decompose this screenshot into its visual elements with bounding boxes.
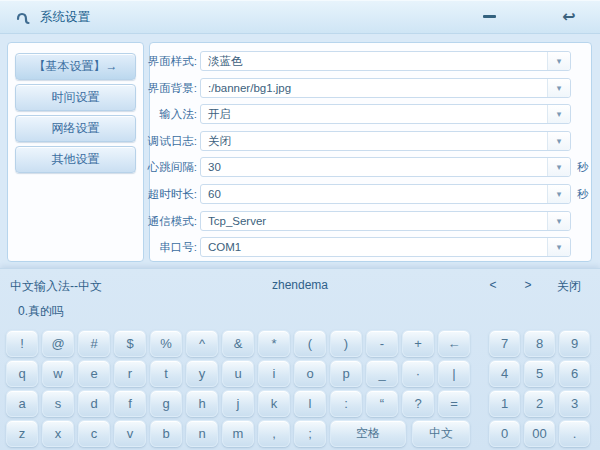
- keyboard-key[interactable]: %: [150, 330, 182, 357]
- keyboard-key[interactable]: =: [438, 390, 470, 417]
- form-dropdown[interactable]: 60▾: [200, 184, 571, 204]
- keyboard-key[interactable]: c: [78, 420, 110, 447]
- keyboard-key[interactable]: f: [114, 390, 146, 417]
- keyboard-key[interactable]: +: [402, 330, 434, 357]
- numpad-key[interactable]: .: [559, 420, 590, 447]
- form-label: 调试日志:: [137, 131, 197, 151]
- numpad-key[interactable]: 8: [524, 330, 555, 357]
- keyboard-key[interactable]: k: [258, 390, 290, 417]
- keyboard-key[interactable]: s: [42, 390, 74, 417]
- unit-label: 秒: [577, 184, 589, 204]
- keyboard-key[interactable]: j: [222, 390, 254, 417]
- app-window: 系统设置 ↩ 【基本设置】→ 时间设置 网络设置 其他设置 界面样式:淡蓝色▾界…: [0, 0, 600, 450]
- minimize-button[interactable]: [476, 4, 502, 28]
- keyboard-key[interactable]: u: [222, 360, 254, 387]
- keyboard-key[interactable]: ,: [258, 420, 290, 447]
- chevron-down-icon[interactable]: ▾: [547, 105, 570, 123]
- chevron-down-icon[interactable]: ▾: [547, 238, 570, 256]
- form-dropdown[interactable]: COM1▾: [200, 237, 571, 257]
- keyboard-key[interactable]: q: [6, 360, 38, 387]
- numpad-key[interactable]: 6: [559, 360, 590, 387]
- keyboard-key[interactable]: a: [6, 390, 38, 417]
- keyboard-key[interactable]: “: [366, 390, 398, 417]
- key-space[interactable]: 空格: [330, 420, 406, 447]
- keyboard-key[interactable]: _: [366, 360, 398, 387]
- keyboard-key[interactable]: l: [294, 390, 326, 417]
- form-label: 心跳间隔:: [137, 157, 197, 177]
- chevron-down-icon[interactable]: ▾: [547, 132, 570, 150]
- numpad-key[interactable]: 00: [524, 420, 555, 447]
- ime-close-button[interactable]: 关闭: [548, 278, 590, 295]
- keyboard-key[interactable]: b: [150, 420, 182, 447]
- keyboard-key[interactable]: ^: [186, 330, 218, 357]
- numpad-key[interactable]: 1: [489, 390, 520, 417]
- keyboard-key[interactable]: &: [222, 330, 254, 357]
- keyboard-key[interactable]: o: [294, 360, 326, 387]
- keyboard-key[interactable]: x: [42, 420, 74, 447]
- form-label: 通信模式:: [137, 211, 197, 231]
- chevron-down-icon[interactable]: ▾: [547, 185, 570, 203]
- keyboard-key[interactable]: z: [6, 420, 38, 447]
- keyboard-key[interactable]: y: [186, 360, 218, 387]
- sidebar-item-label: 【基本设置】→: [34, 58, 118, 75]
- ime-prev-page-button[interactable]: <: [484, 278, 502, 292]
- keyboard-key[interactable]: i: [258, 360, 290, 387]
- sidebar-item-time-settings[interactable]: 时间设置: [15, 84, 136, 111]
- keyboard-key[interactable]: !: [6, 330, 38, 357]
- keyboard-key[interactable]: d: [78, 390, 110, 417]
- keyboard-key[interactable]: ;: [294, 420, 326, 447]
- key-backspace[interactable]: ←: [438, 330, 470, 357]
- numpad-key[interactable]: 0: [489, 420, 520, 447]
- keyboard-key[interactable]: $: [114, 330, 146, 357]
- form-dropdown[interactable]: 淡蓝色▾: [200, 51, 571, 71]
- form-dropdown[interactable]: :/banner/bg1.jpg▾: [200, 78, 571, 98]
- keyboard-key[interactable]: e: [78, 360, 110, 387]
- ime-pinyin-buffer: zhendema: [0, 278, 600, 292]
- numpad-key[interactable]: 7: [489, 330, 520, 357]
- numpad-key[interactable]: 3: [559, 390, 590, 417]
- chevron-down-icon[interactable]: ▾: [547, 212, 570, 230]
- keyboard-key[interactable]: @: [42, 330, 74, 357]
- keyboard-key[interactable]: :: [330, 390, 362, 417]
- back-button[interactable]: ↩: [556, 4, 582, 28]
- keyboard-key[interactable]: #: [78, 330, 110, 357]
- keyboard-key[interactable]: r: [114, 360, 146, 387]
- key-chinese-toggle[interactable]: 中文: [412, 420, 470, 447]
- numpad-key[interactable]: 4: [489, 360, 520, 387]
- numpad-key[interactable]: 5: [524, 360, 555, 387]
- numpad-key[interactable]: 9: [559, 330, 590, 357]
- form-dropdown[interactable]: 关闭▾: [200, 131, 571, 151]
- keyboard-key[interactable]: m: [222, 420, 254, 447]
- dropdown-value: 开启: [208, 105, 231, 123]
- sidebar-item-basic-settings[interactable]: 【基本设置】→: [15, 53, 136, 80]
- dropdown-value: Tcp_Server: [208, 212, 266, 230]
- ime-candidate[interactable]: 0.真的吗: [18, 303, 64, 320]
- keyboard-key[interactable]: g: [150, 390, 182, 417]
- dropdown-value: 30: [208, 158, 221, 176]
- window-title: 系统设置: [40, 9, 90, 26]
- form-dropdown[interactable]: 开启▾: [200, 104, 571, 124]
- keyboard-key[interactable]: ): [330, 330, 362, 357]
- form-dropdown[interactable]: 30▾: [200, 157, 571, 177]
- keyboard-key[interactable]: ?: [402, 390, 434, 417]
- keyboard-key[interactable]: n: [186, 420, 218, 447]
- keyboard-key[interactable]: *: [258, 330, 290, 357]
- keyboard-key[interactable]: h: [186, 390, 218, 417]
- sidebar-item-network-settings[interactable]: 网络设置: [15, 115, 136, 142]
- form-dropdown[interactable]: Tcp_Server▾: [200, 211, 571, 231]
- keyboard-key[interactable]: (: [294, 330, 326, 357]
- numpad-key[interactable]: 2: [524, 390, 555, 417]
- form-label: 界面背景:: [137, 78, 197, 98]
- chevron-down-icon[interactable]: ▾: [547, 158, 570, 176]
- sidebar-item-other-settings[interactable]: 其他设置: [15, 146, 136, 173]
- keyboard-key[interactable]: t: [150, 360, 182, 387]
- chevron-down-icon[interactable]: ▾: [547, 79, 570, 97]
- keyboard-key[interactable]: -: [366, 330, 398, 357]
- keyboard-key[interactable]: v: [114, 420, 146, 447]
- keyboard-key[interactable]: ·: [402, 360, 434, 387]
- keyboard-key[interactable]: w: [42, 360, 74, 387]
- ime-next-page-button[interactable]: >: [519, 278, 537, 292]
- chevron-down-icon[interactable]: ▾: [547, 52, 570, 70]
- keyboard-key[interactable]: |: [438, 360, 470, 387]
- keyboard-key[interactable]: p: [330, 360, 362, 387]
